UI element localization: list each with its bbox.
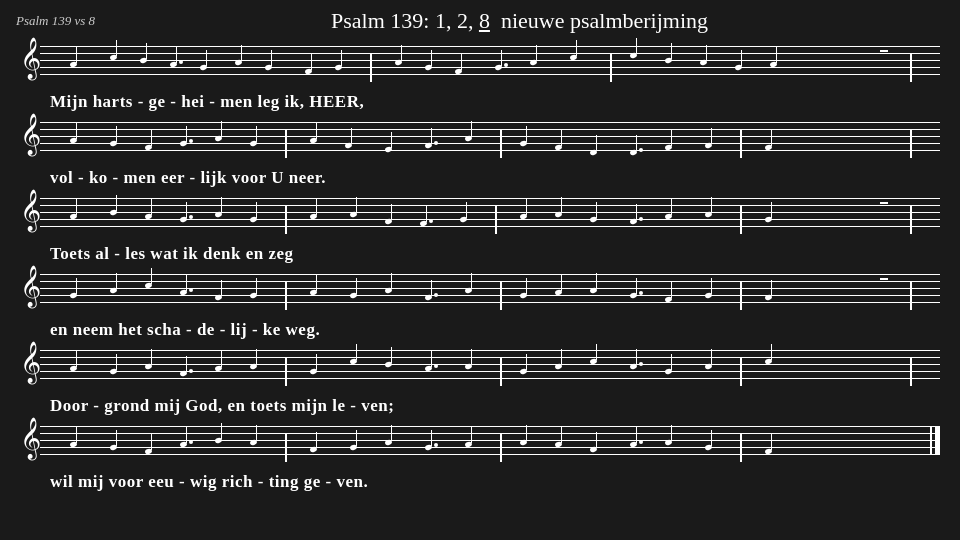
staff-lines-5: [40, 350, 940, 378]
staff-lines-6: [40, 426, 940, 454]
music-area: 𝄞: [0, 38, 960, 494]
treble-clef-2: 𝄞: [20, 116, 41, 152]
staff-row-6: 𝄞: [10, 418, 950, 470]
treble-clef-1: 𝄞: [20, 40, 41, 76]
lyrics-row-4: en neem het scha - de - lij - ke weg.: [10, 318, 950, 342]
lyrics-text-4: en neem het scha - de - lij - ke weg.: [50, 320, 320, 340]
staff-row-4: 𝄞: [10, 266, 950, 318]
lyrics-text-5: Door - grond mij God, en toets mijn le -…: [50, 396, 394, 416]
staff-lines-2: [40, 122, 940, 150]
psalm-title: Psalm 139: 1, 2, 8 nieuwe psalmberijming: [95, 8, 944, 34]
lyrics-row-2: vol - ko - men eer - lijk voor U neer.: [10, 166, 950, 190]
lyrics-row-1: Mijn harts - ge - hei - men leg ik, HEER…: [10, 90, 950, 114]
staff-row-3: 𝄞: [10, 190, 950, 242]
lyrics-text-2: vol - ko - men eer - lijk voor U neer.: [50, 168, 326, 188]
treble-clef-3: 𝄞: [20, 192, 41, 228]
staff-row-1: 𝄞: [10, 38, 950, 90]
psalm-reference: Psalm 139 vs 8: [16, 13, 95, 29]
treble-clef-6: 𝄞: [20, 420, 41, 456]
treble-clef-4: 𝄞: [20, 268, 41, 304]
lyrics-text-6: wil mij voor eeu - wig rich - ting ge - …: [50, 472, 368, 492]
header: Psalm 139 vs 8 Psalm 139: 1, 2, 8 nieuwe…: [0, 0, 960, 38]
lyrics-row-5: Door - grond mij God, en toets mijn le -…: [10, 394, 950, 418]
staff-lines-3: [40, 198, 940, 226]
staff-row-2: 𝄞: [10, 114, 950, 166]
staff-row-5: 𝄞: [10, 342, 950, 394]
lyrics-row-3: Toets al - les wat ik denk en zeg: [10, 242, 950, 266]
treble-clef-5: 𝄞: [20, 344, 41, 380]
lyrics-text-1: Mijn harts - ge - hei - men leg ik, HEER…: [50, 92, 364, 112]
lyrics-row-6: wil mij voor eeu - wig rich - ting ge - …: [10, 470, 950, 494]
staff-lines-1: [40, 46, 940, 74]
main-page: Psalm 139 vs 8 Psalm 139: 1, 2, 8 nieuwe…: [0, 0, 960, 540]
staff-lines-4: [40, 274, 940, 302]
lyrics-text-3: Toets al - les wat ik denk en zeg: [50, 244, 294, 264]
